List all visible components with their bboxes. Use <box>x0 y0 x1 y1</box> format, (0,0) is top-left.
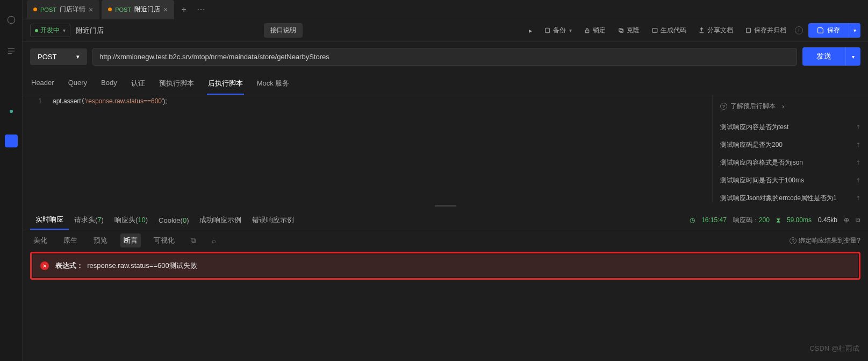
toolbar: 开发中 ▾ 接口说明 ▸ 备份▾ 锁定 克隆 生成代码 分享文档 保存并归档 i… <box>23 19 868 42</box>
copy-icon[interactable]: ⧉ <box>188 234 199 247</box>
tab-resphead[interactable]: 响应头(10) <box>109 211 153 229</box>
snippets-header[interactable]: ? 了解预后行脚本 › <box>720 102 860 111</box>
assertion-text: response.raw.status==600测试失败 <box>87 261 197 270</box>
tab-realtime[interactable]: 实时响应 <box>30 210 69 230</box>
chevron-down-icon: ▾ <box>76 53 80 60</box>
resp-duration: 59.00ms <box>787 216 812 224</box>
watermark: CSDN @杜雨成 <box>809 344 859 353</box>
assertion-fail-row: ✕ 表达式： response.raw.status==600测试失败 <box>33 254 858 277</box>
response-tabs: 实时响应 请求头(7) 响应头(10) Cookie(0) 成功响应示例 错误响… <box>23 208 868 230</box>
gencode-button[interactable]: 生成代码 <box>648 26 690 35</box>
tab-cookie[interactable]: Cookie(0) <box>153 212 194 229</box>
line-gutter: 1 <box>23 95 48 203</box>
lock-button[interactable]: 锁定 <box>580 26 609 35</box>
tab-label: 附近门店 <box>134 5 160 14</box>
tab-mock[interactable]: Mock 服务 <box>256 75 291 95</box>
response-meta: ◷ 16:15:47 响应码：200 ⧗ 59.00ms 0.45kb ⊕ ⧉ <box>690 216 860 225</box>
api-name-input[interactable] <box>76 26 259 34</box>
send-dropdown[interactable]: ▾ <box>845 47 860 66</box>
tab-error-ex[interactable]: 错误响应示例 <box>247 211 299 229</box>
active-nav-icon[interactable] <box>5 135 18 147</box>
close-icon[interactable]: × <box>89 5 93 14</box>
sub-raw[interactable]: 原生 <box>60 233 81 247</box>
list-icon[interactable] <box>6 46 16 56</box>
error-icon: ✕ <box>40 261 49 270</box>
close-icon[interactable]: × <box>163 5 168 14</box>
svg-rect-2 <box>585 30 589 33</box>
tab-auth[interactable]: 认证 <box>130 75 146 95</box>
status-label: 开发中 <box>40 26 60 35</box>
svg-rect-3 <box>620 29 623 32</box>
globe-icon[interactable]: ⊕ <box>844 216 849 224</box>
status-dot-icon <box>35 29 38 32</box>
drag-handle[interactable] <box>23 203 868 208</box>
svg-rect-5 <box>652 29 657 33</box>
snippet-item[interactable]: 测试响应码是否为200↗ <box>720 136 860 154</box>
tab-method: POST <box>40 6 56 13</box>
sub-assert[interactable]: 断言 <box>120 233 141 247</box>
hourglass-icon: ⧗ <box>776 216 780 224</box>
editor-tabs: POST 门店详情 × POST 附近门店 × + ⋯ <box>23 0 868 19</box>
snippet-item[interactable]: 测试响应内容是否为test↗ <box>720 118 860 136</box>
method-label: POST <box>38 53 56 61</box>
svg-rect-6 <box>747 28 751 33</box>
tab-postscript[interactable]: 后执行脚本 <box>207 75 244 95</box>
tab-success-ex[interactable]: 成功响应示例 <box>194 211 247 229</box>
response-subtabs: 美化 原生 预览 断言 可视化 ⧉ ⌕ ?绑定响应结果到变量? <box>23 230 868 251</box>
clone-button[interactable]: 克隆 <box>614 26 643 35</box>
info-icon[interactable]: i <box>795 26 803 34</box>
sub-preview[interactable]: 预览 <box>90 233 111 247</box>
api-desc-button[interactable]: 接口说明 <box>264 23 303 38</box>
tab-header[interactable]: Header <box>30 75 55 95</box>
main-area: POST 门店详情 × POST 附近门店 × + ⋯ 开发中 ▾ 接口说明 ▸… <box>23 0 868 361</box>
insert-icon: ↗ <box>854 194 863 203</box>
snippet-item[interactable]: 测试响应内容格式是否为json↗ <box>720 154 860 172</box>
code-editor[interactable]: apt.assert('response.raw.status==600'); <box>48 95 712 203</box>
save-dropdown[interactable]: ▾ <box>849 23 860 38</box>
tab-label: 门店详情 <box>60 5 85 14</box>
insert-icon: ↗ <box>854 141 863 150</box>
snippets-panel: ? 了解预后行脚本 › 测试响应内容是否为test↗ 测试响应码是否为200↗ … <box>712 95 868 203</box>
copy-icon[interactable]: ⧉ <box>856 216 860 224</box>
chevron-right-icon: › <box>782 103 784 110</box>
save-button[interactable]: 保存 <box>808 23 849 38</box>
bind-variable-link[interactable]: ?绑定响应结果到变量? <box>790 236 860 245</box>
clock-icon: ◷ <box>690 216 695 224</box>
status-dot-icon <box>10 110 13 113</box>
snippet-item[interactable]: 测试响应时间是否大于100ms↗ <box>720 172 860 189</box>
left-rail <box>0 0 23 361</box>
tab-prescript[interactable]: 预执行脚本 <box>158 75 195 95</box>
save-archive-button[interactable]: 保存并归档 <box>742 26 790 35</box>
unsaved-dot-icon <box>108 8 112 11</box>
unsaved-dot-icon <box>33 8 37 11</box>
url-input[interactable] <box>92 48 797 66</box>
tab-more-icon[interactable]: ⋯ <box>193 2 209 17</box>
tab-reqhead[interactable]: 请求头(7) <box>69 211 109 229</box>
compass-icon[interactable] <box>6 15 16 25</box>
sub-beautify[interactable]: 美化 <box>30 233 51 247</box>
request-tabs: Header Query Body 认证 预执行脚本 后执行脚本 Mock 服务 <box>23 71 868 95</box>
search-icon[interactable]: ⌕ <box>209 235 219 247</box>
resp-time: 16:15:47 <box>701 216 727 224</box>
new-tab-button[interactable]: + <box>176 2 191 17</box>
svg-rect-1 <box>546 28 550 33</box>
status-chip[interactable]: 开发中 ▾ <box>30 24 70 37</box>
url-row: POST ▾ 发送 ▾ <box>23 42 868 71</box>
tab-store-detail[interactable]: POST 门店详情 × <box>27 0 99 19</box>
chevron-down-icon: ▾ <box>63 27 66 33</box>
tab-method: POST <box>115 6 131 13</box>
backup-button[interactable]: 备份▾ <box>541 26 575 35</box>
insert-icon: ↗ <box>854 176 863 185</box>
sharedoc-button[interactable]: 分享文档 <box>695 26 736 35</box>
tab-nearby-store[interactable]: POST 附近门店 × <box>102 0 174 19</box>
run-icon[interactable]: ▸ <box>526 27 535 34</box>
code-area: 1 apt.assert('response.raw.status==600')… <box>23 95 868 203</box>
assertion-result: ✕ 表达式： response.raw.status==600测试失败 <box>30 252 860 280</box>
help-icon: ? <box>720 103 727 110</box>
send-button[interactable]: 发送 <box>802 47 845 66</box>
assertion-prefix: 表达式： <box>55 261 83 270</box>
method-select[interactable]: POST ▾ <box>30 48 87 65</box>
tab-body[interactable]: Body <box>100 75 118 95</box>
sub-visual[interactable]: 可视化 <box>150 233 178 247</box>
tab-query[interactable]: Query <box>67 75 88 95</box>
